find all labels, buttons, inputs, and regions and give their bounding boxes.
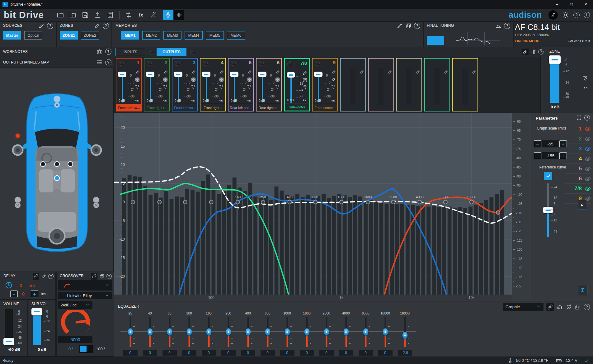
memory-button-mem2[interactable]: MEM2 — [142, 31, 160, 40]
final-tuning-curve-icon[interactable] — [495, 23, 501, 29]
channel-strip-2[interactable]: 20-12-24-360 dBFront right t... — [144, 58, 170, 111]
memories-help-icon[interactable]: ? — [414, 23, 420, 29]
sources-help-icon[interactable]: ? — [47, 23, 53, 29]
eq-band-slider[interactable] — [120, 317, 140, 347]
eq-band-slider[interactable] — [238, 317, 258, 347]
channel-strip-empty-3[interactable] — [396, 58, 422, 111]
listen-ear-icon[interactable] — [331, 84, 336, 89]
channel-strip-6[interactable]: 60-12-24-360 dBRear right p... — [256, 58, 282, 111]
sum-response-button[interactable]: Σ — [578, 286, 587, 295]
edit-icon[interactable] — [443, 70, 448, 75]
eq-point-400[interactable] — [288, 200, 291, 204]
eq-point-1000[interactable] — [340, 200, 343, 204]
eq-slider-knob[interactable] — [147, 329, 153, 336]
eq-point-16000[interactable] — [496, 210, 500, 214]
open-template-icon[interactable] — [69, 11, 77, 19]
visibility-row-4[interactable]: 4 — [565, 154, 591, 164]
eye-icon[interactable] — [584, 185, 591, 192]
eq-band-slider[interactable] — [395, 317, 415, 347]
eq-band-slider[interactable] — [356, 317, 375, 347]
edit-icon[interactable] — [387, 70, 392, 75]
eq-band-slider[interactable] — [199, 317, 219, 347]
eq-band-slider[interactable] — [160, 317, 179, 347]
delay-link-icon[interactable] — [33, 273, 39, 280]
equalizer-copy-icon[interactable] — [575, 304, 581, 310]
zone-help-icon[interactable]: ? — [538, 49, 544, 54]
delay-edit-icon[interactable] — [41, 274, 46, 279]
eq-point-25[interactable] — [131, 200, 135, 204]
equalizer-link-icon[interactable] — [546, 303, 554, 311]
eq-point-630[interactable] — [313, 200, 317, 204]
speaker-icon[interactable] — [163, 77, 168, 82]
tab-inputs[interactable]: INPUTS — [115, 48, 145, 56]
zones-help-icon[interactable]: ? — [103, 23, 109, 29]
delay-help-icon[interactable]: ? — [48, 274, 54, 279]
lower-limit-minus-button[interactable]: − — [534, 152, 541, 159]
equalizer-help-icon[interactable]: ? — [584, 304, 590, 310]
eq-band-slider[interactable] — [219, 317, 238, 347]
eq-point-63[interactable] — [183, 200, 187, 204]
final-tuning-help-icon[interactable]: ? — [504, 23, 510, 29]
crossover-alignment-select[interactable]: Linkwitz-Riley — [58, 292, 112, 299]
channel-strip-empty-4[interactable] — [424, 58, 450, 111]
listen-ear-icon[interactable] — [219, 84, 224, 89]
listen-ear-icon[interactable] — [135, 84, 140, 89]
speaker-icon[interactable] — [135, 77, 140, 82]
crossover-link-icon[interactable] — [91, 273, 97, 280]
zone-button-zone2[interactable]: ZONE2 — [81, 31, 99, 40]
edit-icon[interactable] — [359, 70, 364, 75]
visibility-row-2[interactable]: 2 — [565, 134, 591, 144]
visibility-row-3[interactable]: 3 — [565, 144, 591, 154]
channel-strip-7-8[interactable]: 7/80-12-24-360 dBSubwoofer — [284, 58, 310, 111]
memory-button-mem3[interactable]: MEM3 — [163, 31, 181, 40]
music-note-icon[interactable] — [548, 10, 558, 20]
equalizer-tune-icon[interactable] — [557, 304, 563, 310]
expand-arrow-button[interactable]: ▶ — [578, 200, 586, 210]
eq-slider-knob[interactable] — [324, 329, 329, 336]
eye-off-icon[interactable] — [584, 135, 591, 142]
volume-fader-knob[interactable] — [3, 338, 14, 345]
memory-button-mem6[interactable]: MEM6 — [227, 31, 245, 40]
speaker-icon[interactable] — [247, 77, 252, 82]
eq-point-10000[interactable] — [470, 200, 473, 204]
edit-icon[interactable] — [191, 70, 196, 75]
zone-mute-icon[interactable] — [582, 85, 588, 91]
channel-strip-empty-1[interactable] — [340, 58, 366, 111]
eq-band-slider[interactable] — [336, 317, 356, 347]
zone-link-icon[interactable] — [522, 49, 529, 55]
delay-minus-button[interactable]: − — [10, 291, 18, 297]
channel-strip-9[interactable]: 90-12-24-360 dBFront center... — [312, 58, 338, 111]
eq-point-40[interactable] — [158, 200, 161, 204]
wizard-icon[interactable] — [149, 11, 158, 19]
channels-list-icon[interactable] — [96, 59, 103, 65]
zone-listen-icon[interactable] — [582, 75, 588, 81]
channel-strip-1[interactable]: 10-12-24-360 dBFront left tw... — [116, 58, 142, 111]
memory-button-mem4[interactable]: MEM4 — [185, 31, 203, 40]
channel-strip-5[interactable]: 50-12-24-360 dBRear left pas... — [228, 58, 254, 111]
edit-icon[interactable] — [302, 70, 308, 76]
eq-slider-knob[interactable] — [343, 329, 349, 336]
edit-icon[interactable] — [163, 70, 168, 75]
pen-icon[interactable] — [331, 77, 336, 82]
speaker-icon[interactable] — [191, 77, 196, 82]
listen-ear-icon[interactable] — [275, 84, 280, 89]
eq-point-6300[interactable] — [444, 200, 447, 204]
zone-faders-icon[interactable] — [531, 49, 536, 54]
eq-slider-knob[interactable] — [167, 329, 172, 336]
fullscreen-icon[interactable] — [576, 115, 582, 121]
mute-icon[interactable] — [247, 98, 251, 103]
eq-slider-knob[interactable] — [265, 329, 270, 336]
crossover-slope-select[interactable]: 24dB / oc — [58, 301, 92, 309]
final-tuning-button[interactable] — [427, 36, 444, 45]
eye-off-icon[interactable] — [584, 155, 591, 162]
memories-copy-icon[interactable] — [405, 23, 412, 29]
parameters-help-icon[interactable]: ? — [584, 115, 590, 121]
eq-point-4000[interactable] — [418, 200, 421, 204]
upper-limit-minus-button[interactable]: − — [534, 140, 541, 147]
eq-slider-knob[interactable] — [206, 329, 211, 336]
crossover-help-icon[interactable]: ? — [106, 274, 112, 279]
source-button-master[interactable]: Master — [3, 31, 21, 40]
microphone-icon[interactable] — [163, 10, 173, 20]
eq-point-2500[interactable] — [391, 200, 395, 204]
equalizer-mode-select[interactable]: Graphic — [503, 303, 544, 311]
